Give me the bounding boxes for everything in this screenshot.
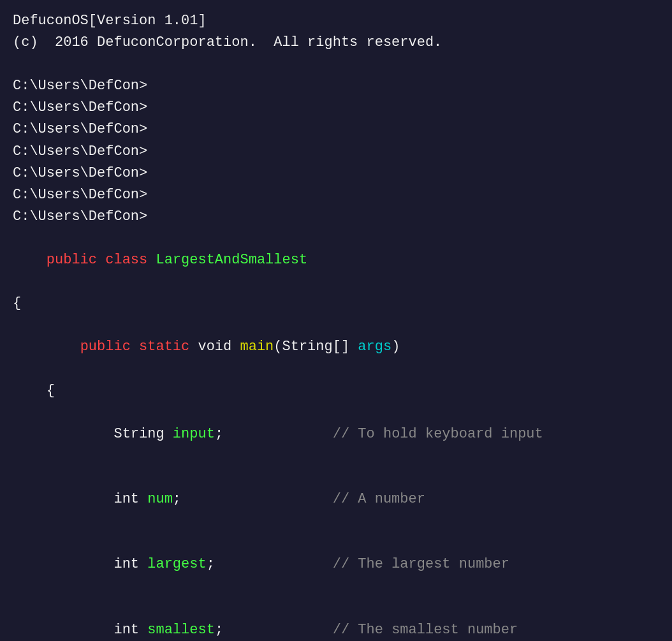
prompt-4: C:\Users\DefCon>	[13, 141, 659, 163]
prompt-3: C:\Users\DefCon>	[13, 119, 659, 140]
header-line2: (c) 2016 DefuconCorporation. All rights …	[13, 32, 659, 54]
prompt-6: C:\Users\DefCon>	[13, 184, 659, 206]
terminal-window: DefuconOS[Version 1.01] (c) 2016 Defucon…	[13, 10, 659, 641]
method-declaration: public static void main(String[] args)	[13, 314, 659, 379]
open-brace-1: {	[13, 293, 659, 314]
prompt-2: C:\Users\DefCon>	[13, 97, 659, 119]
header-line1: DefuconOS[Version 1.01]	[13, 10, 659, 32]
prompt-5: C:\Users\DefCon>	[13, 163, 659, 184]
var-largest: int largest; // The largest number	[13, 532, 659, 597]
prompt-1: C:\Users\DefCon>	[13, 75, 659, 97]
blank-line-1	[13, 54, 659, 75]
var-input: String input; // To hold keyboard input	[13, 402, 659, 467]
open-brace-2: {	[13, 380, 659, 402]
prompt-7: C:\Users\DefCon>	[13, 206, 659, 228]
class-declaration: public class LargestAndSmallest	[13, 228, 659, 293]
var-smallest: int smallest; // The smallest number	[13, 598, 659, 641]
var-num: int num; // A number	[13, 467, 659, 532]
